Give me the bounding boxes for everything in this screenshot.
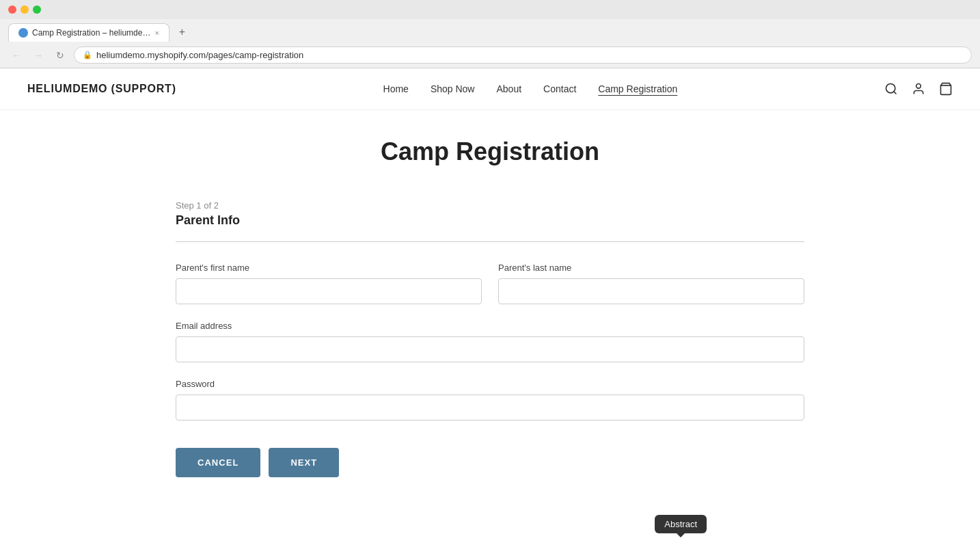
email-row: Email address (176, 321, 804, 362)
site-nav: Home Shop Now About Contact Camp Registr… (383, 83, 678, 94)
nav-camp-registration[interactable]: Camp Registration (598, 83, 677, 94)
last-name-label: Parent's last name (498, 263, 804, 273)
search-icon[interactable] (884, 82, 898, 96)
new-tab-button[interactable]: + (172, 22, 192, 42)
site-header: HELIUMDEMO (SUPPORT) Home Shop Now About… (0, 68, 980, 110)
titlebar (0, 0, 980, 19)
last-name-field: Parent's last name (498, 263, 804, 304)
email-field: Email address (176, 321, 804, 362)
nav-contact[interactable]: Contact (543, 83, 576, 94)
close-dot[interactable] (8, 5, 16, 14)
last-name-input[interactable] (498, 278, 804, 304)
minimize-dot[interactable] (21, 5, 29, 14)
site-icons (884, 82, 953, 96)
nav-about[interactable]: About (496, 83, 521, 94)
account-icon[interactable] (912, 82, 925, 96)
site-logo: HELIUMDEMO (SUPPORT) (27, 83, 176, 95)
section-title: Parent Info (176, 213, 804, 228)
registration-form: Parent's first name Parent's last name E… (176, 263, 804, 477)
site-wrapper: HELIUMDEMO (SUPPORT) Home Shop Now About… (0, 68, 980, 518)
tooltip-container: Abstract (655, 515, 707, 518)
url-path: /pages/camp-registration (206, 50, 303, 60)
fullscreen-dot[interactable] (33, 5, 41, 14)
cart-icon[interactable] (939, 82, 953, 96)
tooltip: Abstract (655, 515, 707, 518)
browser-chrome: Camp Registration – heliumde… × + ← → ↻ … (0, 0, 980, 68)
name-row: Parent's first name Parent's last name (176, 263, 804, 304)
svg-line-1 (894, 92, 897, 94)
main-content: Camp Registration Step 1 of 2 Parent Inf… (162, 110, 818, 518)
browser-tab[interactable]: Camp Registration – heliumde… × (8, 23, 169, 42)
tab-favicon (18, 28, 28, 38)
tab-title: Camp Registration – heliumde… (32, 28, 150, 38)
nav-home[interactable]: Home (383, 83, 409, 94)
address-bar-container: ← → ↻ 🔒 heliumdemo.myshopify.com/pages/c… (0, 42, 980, 68)
next-button[interactable]: NEXT (269, 448, 339, 477)
address-url: heliumdemo.myshopify.com/pages/camp-regi… (96, 50, 963, 60)
form-section: Step 1 of 2 Parent Info (176, 200, 804, 242)
password-label: Password (176, 379, 804, 389)
svg-point-0 (886, 84, 895, 93)
page-title: Camp Registration (176, 137, 804, 166)
password-row: Password (176, 379, 804, 421)
window-controls (8, 5, 41, 14)
tab-close-button[interactable]: × (154, 29, 159, 37)
forward-button[interactable]: → (30, 47, 46, 64)
first-name-input[interactable] (176, 278, 482, 304)
cancel-button[interactable]: CANCEL (176, 448, 260, 477)
back-button[interactable]: ← (8, 47, 25, 64)
address-bar[interactable]: 🔒 heliumdemo.myshopify.com/pages/camp-re… (74, 46, 972, 64)
password-input[interactable] (176, 395, 804, 421)
form-actions: CANCEL NEXT (176, 448, 804, 477)
first-name-field: Parent's first name (176, 263, 482, 304)
url-base: heliumdemo.myshopify.com (96, 50, 206, 60)
refresh-button[interactable]: ↻ (52, 47, 68, 64)
password-field: Password (176, 379, 804, 421)
lock-icon: 🔒 (83, 51, 92, 59)
nav-shop-now[interactable]: Shop Now (431, 83, 475, 94)
svg-point-2 (916, 84, 921, 89)
email-label: Email address (176, 321, 804, 331)
tab-bar: Camp Registration – heliumde… × + (0, 22, 980, 42)
first-name-label: Parent's first name (176, 263, 482, 273)
email-input[interactable] (176, 336, 804, 362)
step-label: Step 1 of 2 (176, 200, 804, 211)
